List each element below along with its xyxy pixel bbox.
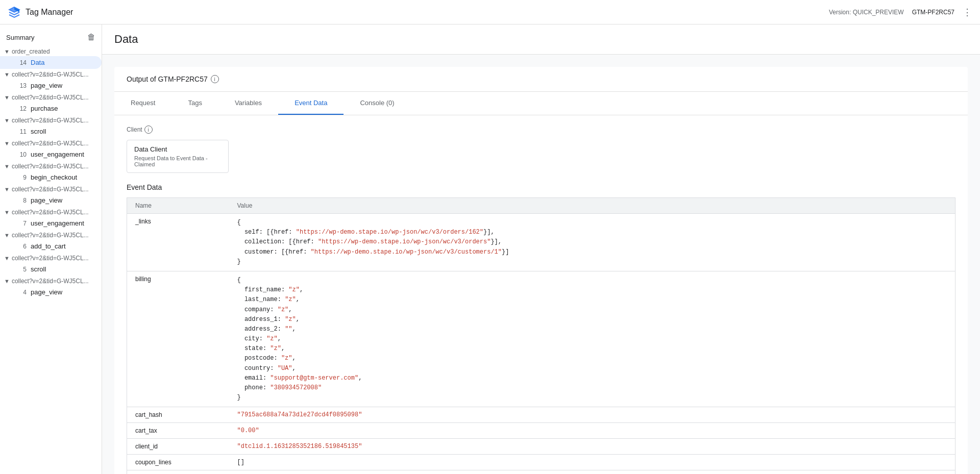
client-card: Data Client Request Data to Event Data -… [127, 140, 229, 173]
sidebar-subitem-scroll-5[interactable]: 5 scroll [0, 263, 102, 276]
tab-console[interactable]: Console (0) [344, 92, 410, 115]
item-label: Data [31, 59, 44, 66]
tab-event-data[interactable]: Event Data [278, 92, 344, 115]
row-name: billing [127, 271, 229, 407]
client-card-subtitle: Request Data to Event Data - Claimed [134, 155, 221, 167]
row-value: "0.00" [229, 423, 955, 439]
sidebar-group-header-collect-5[interactable]: collect?v=2&tid=G-WJ5CL... [0, 161, 102, 171]
event-data-section: Event Data Name Value _links [114, 183, 968, 474]
item-number: 13 [16, 82, 27, 89]
item-label: scroll [31, 265, 46, 273]
row-value: "dtclid.1.1631285352186.519845135" [229, 439, 955, 455]
sidebar-group-header-collect-9[interactable]: collect?v=2&tid=G-WJ5CL... [0, 253, 102, 263]
chevron-down-icon [4, 278, 10, 284]
summary-label: Summary [6, 34, 35, 41]
item-label: add_to_cart [31, 242, 66, 250]
sidebar-group-header-collect-4[interactable]: collect?v=2&tid=G-WJ5CL... [0, 138, 102, 148]
table-row: coupon_lines [] [127, 455, 955, 470]
sidebar-group-collect-4: collect?v=2&tid=G-WJ5CL... 10 user_engag… [0, 138, 102, 161]
topbar-left: Tag Manager [8, 6, 73, 18]
group-name: collect?v=2&tid=G-WJ5CL... [12, 117, 89, 124]
output-title: Output of GTM-PF2RC57 i [114, 67, 968, 92]
group-name: collect?v=2&tid=G-WJ5CL... [12, 255, 89, 262]
tab-variables[interactable]: Variables [218, 92, 278, 115]
sidebar-subitem-add-to-cart[interactable]: 6 add_to_cart [0, 240, 102, 253]
delete-icon[interactable]: 🗑 [87, 33, 95, 42]
sidebar-group-collect-8: collect?v=2&tid=G-WJ5CL... 6 add_to_cart [0, 230, 102, 253]
sidebar-group-header-order-created[interactable]: order_created [0, 46, 102, 56]
chevron-down-icon [4, 255, 10, 261]
sidebar-group-collect-5: collect?v=2&tid=G-WJ5CL... 9 begin_check… [0, 161, 102, 184]
sidebar: Summary 🗑 order_created 14 Data collect?… [0, 24, 102, 474]
sidebar-group-collect-6: collect?v=2&tid=G-WJ5CL... 8 page_view [0, 184, 102, 207]
sidebar-subitem-user-engagement-10[interactable]: 10 user_engagement [0, 148, 102, 161]
sidebar-group-header-collect-7[interactable]: collect?v=2&tid=G-WJ5CL... [0, 207, 102, 217]
sidebar-group-header-collect-8[interactable]: collect?v=2&tid=G-WJ5CL... [0, 230, 102, 240]
item-number: 7 [16, 220, 27, 227]
main-layout: Summary 🗑 order_created 14 Data collect?… [0, 24, 980, 474]
sidebar-subitem-page-view-8[interactable]: 8 page_view [0, 194, 102, 207]
sidebar-subitem-page-view-4[interactable]: 4 page_view [0, 286, 102, 298]
container-id: GTM-PF2RC57 [912, 9, 954, 16]
sidebar-group-header-collect-3[interactable]: collect?v=2&tid=G-WJ5CL... [0, 115, 102, 125]
item-number: 9 [16, 174, 27, 181]
group-name: collect?v=2&tid=G-WJ5CL... [12, 186, 89, 193]
content-area: Data Output of GTM-PF2RC57 i Request Tag… [102, 24, 980, 474]
group-name: collect?v=2&tid=G-WJ5CL... [12, 232, 89, 239]
col-name: Name [127, 198, 229, 214]
col-value: Value [229, 198, 955, 214]
group-name: collect?v=2&tid=G-WJ5CL... [12, 71, 89, 78]
client-section-label: Client i [127, 126, 955, 134]
chevron-down-icon [4, 48, 10, 55]
item-number: 11 [16, 128, 27, 135]
sidebar-group-header-collect-1[interactable]: collect?v=2&tid=G-WJ5CL... [0, 69, 102, 79]
sidebar-subitem-page-view-13[interactable]: 13 page_view [0, 79, 102, 92]
row-name: client_id [127, 439, 229, 455]
table-row: cart_hash "7915ac688a74a73dle27dcd4f0895… [127, 407, 955, 423]
item-label: begin_checkout [31, 173, 77, 181]
item-number: 4 [16, 289, 27, 296]
group-name: collect?v=2&tid=G-WJ5CL... [12, 209, 89, 216]
sidebar-subitem-scroll-11[interactable]: 11 scroll [0, 125, 102, 138]
sidebar-group-header-collect-10[interactable]: collect?v=2&tid=G-WJ5CL... [0, 276, 102, 286]
group-name: collect?v=2&tid=G-WJ5CL... [12, 163, 89, 170]
group-name: order_created [12, 48, 50, 55]
chevron-down-icon [4, 140, 10, 146]
chevron-down-icon [4, 94, 10, 101]
tab-request[interactable]: Request [114, 92, 172, 115]
sidebar-subitem-user-engagement-7[interactable]: 7 user_engagement [0, 217, 102, 230]
sidebar-group-header-collect-2[interactable]: collect?v=2&tid=G-WJ5CL... [0, 92, 102, 102]
sidebar-group-collect-3: collect?v=2&tid=G-WJ5CL... 11 scroll [0, 115, 102, 138]
client-card-title: Data Client [134, 145, 221, 153]
table-row: _links { self: [{href: "https://wp-demo.… [127, 214, 955, 271]
table-header-row: Name Value [127, 198, 955, 214]
tab-tags[interactable]: Tags [172, 92, 218, 115]
chevron-down-icon [4, 209, 10, 215]
content-body: Output of GTM-PF2RC57 i Request Tags Var… [102, 55, 980, 474]
info-icon[interactable]: i [211, 75, 219, 83]
item-number: 5 [16, 266, 27, 273]
item-number: 8 [16, 197, 27, 204]
sidebar-subitem-purchase[interactable]: 12 purchase [0, 102, 102, 115]
event-data-table: Name Value _links { self: [{href: "https… [127, 197, 955, 474]
content-header: Data [102, 24, 980, 55]
client-info-icon[interactable]: i [144, 126, 153, 134]
chevron-down-icon [4, 117, 10, 123]
item-number: 12 [16, 105, 27, 112]
table-row: cart_tax "0.00" [127, 423, 955, 439]
sidebar-header: Summary 🗑 [0, 24, 102, 46]
more-options-icon[interactable]: ⋮ [963, 7, 972, 18]
item-label: scroll [31, 128, 46, 135]
tabs-bar: Request Tags Variables Event Data Consol… [114, 92, 968, 115]
output-title-text: Output of GTM-PF2RC57 [127, 75, 208, 83]
sidebar-subitem-begin-checkout[interactable]: 9 begin_checkout [0, 171, 102, 184]
chevron-down-icon [4, 186, 10, 192]
group-name: collect?v=2&tid=G-WJ5CL... [12, 94, 89, 101]
table-row: created_via "checkout" [127, 470, 955, 474]
sidebar-subitem-data[interactable]: 14 Data [0, 56, 102, 69]
sidebar-group-header-collect-6[interactable]: collect?v=2&tid=G-WJ5CL... [0, 184, 102, 194]
chevron-down-icon [4, 163, 10, 169]
output-section: Output of GTM-PF2RC57 i Request Tags Var… [114, 67, 968, 474]
row-name: coupon_lines [127, 455, 229, 470]
table-row: billing { first_name: "z", last_name: "z… [127, 271, 955, 407]
